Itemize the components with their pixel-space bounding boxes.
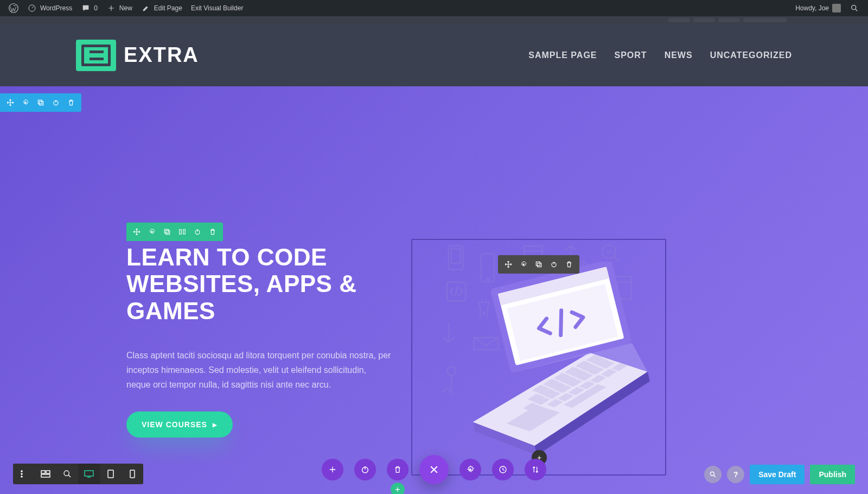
svg-point-7: [151, 231, 153, 233]
howdy-label: Howdy, Joe: [795, 4, 829, 12]
publish-label: Publish: [819, 470, 846, 479]
avatar: [832, 4, 841, 12]
exit-vb-label: Exit Visual Builder: [191, 4, 244, 12]
module-duplicate-button[interactable]: [532, 257, 546, 271]
view-courses-button[interactable]: VIEW COURSES ▶: [126, 411, 233, 438]
chevron-right-icon: ▶: [213, 422, 218, 428]
wp-logo[interactable]: [4, 0, 23, 16]
builder-power-button[interactable]: [354, 459, 376, 480]
svg-rect-38: [41, 474, 50, 477]
howdy-link[interactable]: Howdy, Joe: [791, 0, 845, 16]
svg-rect-30: [536, 262, 540, 265]
builder-search-button[interactable]: [704, 466, 722, 483]
section-power-button[interactable]: [49, 96, 63, 110]
svg-rect-4: [38, 100, 42, 104]
svg-point-3: [24, 102, 27, 104]
row-delete-button[interactable]: [206, 225, 220, 239]
wireframe-view-button[interactable]: [35, 464, 56, 484]
row-power-button[interactable]: [190, 225, 205, 239]
svg-rect-36: [41, 471, 45, 473]
svg-rect-31: [538, 263, 541, 267]
section-toolbar: [0, 93, 81, 112]
search-icon: [850, 3, 859, 13]
row-toolbar: [126, 223, 223, 241]
module-toolbar: [498, 255, 579, 274]
section-settings-button[interactable]: [18, 96, 33, 110]
row-move-handle[interactable]: [130, 225, 144, 239]
edit-page-label: Edit Page: [154, 4, 182, 12]
hero-text-module[interactable]: LEARN TO CODE WEBSITES, APPS & GAMES Cla…: [126, 244, 392, 438]
module-power-button[interactable]: [547, 257, 561, 271]
save-draft-label: Save Draft: [758, 470, 796, 479]
section-duplicate-button[interactable]: [34, 96, 48, 110]
desktop-view-button[interactable]: [78, 464, 100, 484]
edit-page-link[interactable]: Edit Page: [137, 0, 187, 16]
svg-point-29: [522, 263, 525, 265]
new-link[interactable]: New: [102, 0, 137, 16]
brand-text: EXTRA: [124, 43, 199, 67]
tablet-view-button[interactable]: [100, 464, 122, 484]
builder-center-bar: [322, 455, 546, 484]
new-label: New: [119, 4, 132, 12]
svg-rect-37: [46, 471, 50, 473]
nav-news[interactable]: NEWS: [665, 50, 693, 60]
plus-icon: +: [395, 485, 400, 494]
section-move-handle[interactable]: [3, 96, 17, 110]
module-settings-button[interactable]: [516, 257, 531, 271]
svg-rect-11: [183, 230, 186, 234]
site-logo[interactable]: EXTRA: [76, 40, 199, 71]
builder-history-button[interactable]: [492, 459, 514, 480]
publish-button[interactable]: Publish: [810, 465, 855, 484]
svg-point-34: [21, 473, 23, 475]
builder-right-bar: ? Save Draft Publish: [704, 465, 855, 484]
svg-rect-8: [164, 229, 168, 233]
module-move-handle[interactable]: [501, 257, 515, 271]
builder-settings-button[interactable]: [459, 459, 481, 480]
help-icon: ?: [733, 470, 738, 479]
cta-label: VIEW COURSES: [142, 420, 207, 429]
hero-section: LEARN TO CODE WEBSITES, APPS & GAMES Cla…: [0, 86, 868, 494]
builder-delete-button[interactable]: [387, 459, 409, 480]
row-settings-button[interactable]: [145, 225, 159, 239]
svg-point-0: [9, 4, 18, 13]
svg-point-46: [711, 472, 714, 476]
svg-point-2: [852, 5, 856, 10]
svg-rect-42: [130, 470, 135, 478]
comments-link[interactable]: 0: [76, 0, 102, 16]
site-name-link[interactable]: WordPress: [23, 0, 76, 16]
save-draft-button[interactable]: Save Draft: [750, 465, 805, 484]
nav-uncategorized[interactable]: UNCATEGORIZED: [710, 50, 792, 60]
search-toggle[interactable]: [845, 0, 864, 16]
add-section-button[interactable]: +: [391, 483, 405, 494]
builder-swap-button[interactable]: [525, 459, 546, 480]
hero-description: Class aptent taciti sociosqu ad litora t…: [126, 348, 392, 392]
svg-rect-5: [40, 102, 43, 105]
primary-nav: SAMPLE PAGE SPORT NEWS UNCATEGORIZED: [528, 50, 792, 60]
svg-rect-41: [108, 470, 113, 478]
nav-sport[interactable]: SPORT: [615, 50, 647, 60]
zoom-button[interactable]: [56, 464, 78, 484]
builder-add-button[interactable]: [322, 459, 343, 480]
module-delete-button[interactable]: [562, 257, 576, 271]
row-duplicate-button[interactable]: [160, 225, 174, 239]
nav-sample-page[interactable]: SAMPLE PAGE: [528, 50, 597, 60]
svg-rect-40: [85, 471, 93, 476]
plus-icon: [106, 3, 116, 13]
builder-help-button[interactable]: ?: [727, 466, 744, 483]
svg-point-33: [21, 470, 23, 472]
builder-close-button[interactable]: [419, 455, 449, 484]
phone-view-button[interactable]: [122, 464, 143, 484]
logo-mark-icon: [76, 40, 116, 71]
svg-rect-10: [180, 230, 182, 234]
svg-rect-9: [166, 231, 170, 235]
comment-icon: [81, 3, 91, 13]
site-name-label: WordPress: [40, 4, 72, 12]
section-delete-button[interactable]: [64, 96, 78, 110]
image-module[interactable]: [411, 239, 666, 476]
pencil-icon: [141, 3, 151, 13]
exit-vb-link[interactable]: Exit Visual Builder: [187, 0, 248, 16]
row-columns-button[interactable]: [175, 225, 189, 239]
svg-rect-18: [524, 246, 542, 251]
menu-button[interactable]: [13, 464, 35, 484]
wordpress-logo-icon: [9, 3, 18, 13]
